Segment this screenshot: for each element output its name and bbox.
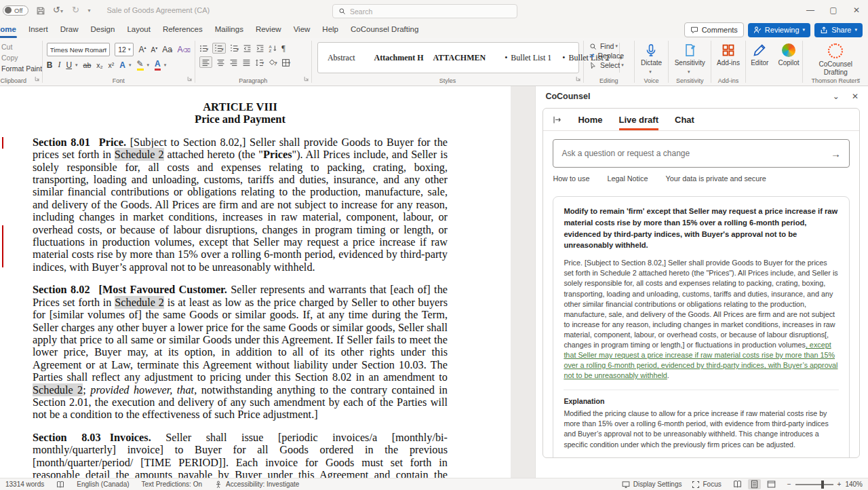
paragraph-dialog-launcher-icon[interactable]: [304, 72, 309, 84]
multilevel-list-button[interactable]: ▾: [230, 43, 239, 53]
tab-help[interactable]: Help: [316, 20, 344, 38]
search-input[interactable]: Search: [332, 4, 517, 18]
user-prompt-text: Modify to remain 'firm' except that Sell…: [564, 206, 839, 251]
focus-button[interactable]: Focus: [692, 480, 722, 489]
underline-button[interactable]: U: [66, 60, 72, 70]
line-spacing-button[interactable]: ▾: [255, 57, 264, 67]
copy-button[interactable]: Copy: [0, 52, 42, 63]
clear-formatting-button[interactable]: A⌫: [177, 45, 190, 54]
text-effects-button[interactable]: A: [119, 60, 125, 70]
font-family-combo[interactable]: Times New Roman▾: [47, 43, 110, 56]
increase-indent-button[interactable]: [256, 43, 264, 53]
voice-group: Dictate▾ Voice: [635, 38, 669, 86]
document-canvas[interactable]: ARTICLE VIII Price and Payment Section 8…: [0, 86, 535, 478]
zoom-in-button[interactable]: +: [837, 480, 842, 488]
sort-button[interactable]: [269, 43, 277, 53]
panel-expand-icon[interactable]: [553, 115, 561, 124]
display-settings-button[interactable]: Display Settings: [622, 480, 682, 489]
proofing-status-icon[interactable]: [56, 480, 64, 489]
panel-collapse-chevron-icon[interactable]: ⌄: [833, 92, 840, 101]
editor-button[interactable]: Editor: [746, 41, 774, 86]
styles-dialog-launcher-icon[interactable]: [576, 72, 581, 84]
zoom-slider[interactable]: [795, 484, 833, 485]
tab-references[interactable]: References: [157, 20, 209, 38]
tab-insert[interactable]: Insert: [22, 20, 54, 38]
decrease-indent-button[interactable]: [243, 43, 252, 53]
font-dialog-launcher-icon[interactable]: [187, 72, 193, 84]
superscript-button[interactable]: x²: [108, 61, 115, 69]
find-button[interactable]: Find▾: [584, 41, 634, 51]
select-button[interactable]: Select▾: [584, 60, 634, 70]
replace-button[interactable]: ⇄Replace: [584, 51, 634, 60]
collapse-ribbon-icon[interactable]: ⌄: [856, 75, 861, 81]
style-attachment-heading[interactable]: Attachment H: [365, 53, 433, 63]
zoom-slider-thumb[interactable]: [821, 480, 824, 489]
quick-access-more-icon[interactable]: ▾: [88, 7, 91, 14]
style-abstract[interactable]: Abstract: [318, 53, 365, 63]
subscript-button[interactable]: x₂: [96, 61, 102, 69]
shrink-font-button[interactable]: A▾: [151, 45, 158, 54]
submit-arrow-icon[interactable]: →: [831, 148, 841, 159]
bold-button[interactable]: B: [47, 60, 53, 70]
align-right-button[interactable]: [229, 57, 238, 67]
autosave-toggle[interactable]: Off: [3, 5, 28, 16]
italic-button[interactable]: I: [58, 60, 60, 70]
tab-mailings[interactable]: Mailings: [209, 20, 250, 38]
language-status[interactable]: English (Canada): [77, 480, 129, 488]
maximize-button[interactable]: ▢: [822, 0, 845, 20]
document-page[interactable]: ARTICLE VIII Price and Payment Section 8…: [0, 86, 511, 478]
track-change-bar: [2, 225, 3, 267]
font-color-button[interactable]: A: [155, 59, 161, 71]
reviewing-button[interactable]: Reviewing▾: [748, 23, 810, 37]
read-mode-button[interactable]: [731, 479, 744, 489]
cursor-icon: [589, 62, 597, 69]
ask-question-input[interactable]: Ask a question or request a change →: [553, 139, 850, 168]
tab-cocounsel-drafting[interactable]: CoCounsel Drafting: [344, 20, 425, 38]
shading-button[interactable]: ▾: [268, 57, 277, 67]
accessibility-status[interactable]: Accessibility: Investigate: [214, 480, 299, 489]
strikethrough-button[interactable]: ab: [83, 61, 92, 69]
sensitivity-group-label: Sensitivity: [669, 77, 711, 84]
comments-button[interactable]: Comments: [684, 22, 744, 37]
panel-tab-chat[interactable]: Chat: [675, 109, 694, 130]
style-attachment-caps[interactable]: ATTACHMEN: [433, 53, 496, 63]
legal-notice-link[interactable]: Legal Notice: [607, 174, 648, 183]
web-layout-button[interactable]: [765, 479, 778, 489]
tab-review[interactable]: Review: [250, 20, 288, 38]
undo-icon[interactable]: ↺▾: [53, 5, 64, 16]
align-left-button[interactable]: [199, 56, 212, 67]
grow-font-button[interactable]: A▴: [138, 45, 146, 54]
how-to-use-link[interactable]: How to use: [553, 174, 589, 183]
panel-close-icon[interactable]: ✕: [852, 92, 859, 101]
tab-design[interactable]: Design: [85, 20, 121, 38]
change-case-button[interactable]: Aa▾: [162, 45, 172, 54]
font-size-combo[interactable]: 12▾: [115, 43, 134, 56]
zoom-out-button[interactable]: −: [787, 480, 791, 488]
tab-layout[interactable]: Layout: [121, 20, 157, 38]
panel-tab-home[interactable]: Home: [578, 109, 602, 130]
panel-tab-live-draft[interactable]: Live draft: [619, 109, 659, 130]
highlight-color-button[interactable]: ✎: [137, 59, 144, 71]
zoom-level[interactable]: 140%: [845, 480, 863, 488]
clipboard-dialog-launcher-icon[interactable]: [35, 72, 40, 84]
print-layout-button[interactable]: [748, 479, 761, 489]
borders-button[interactable]: ▾: [281, 57, 291, 67]
word-count[interactable]: 13314 words: [5, 480, 44, 488]
justify-button[interactable]: [242, 57, 251, 67]
minimize-button[interactable]: —: [799, 0, 822, 20]
text-predictions-status[interactable]: Text Predictions: On: [142, 480, 202, 488]
bullets-button[interactable]: ▾: [199, 43, 209, 53]
save-icon[interactable]: [35, 5, 46, 16]
copilot-button[interactable]: Copilot: [775, 41, 803, 86]
redo-icon[interactable]: ↻: [71, 5, 81, 16]
numbering-button[interactable]: ▾: [212, 43, 226, 54]
align-center-button[interactable]: [216, 57, 225, 67]
close-button[interactable]: ✕: [845, 0, 868, 20]
cut-button[interactable]: Cut: [0, 41, 42, 52]
tab-draw[interactable]: Draw: [54, 20, 85, 38]
style-bullet-list-1[interactable]: •Bullet List 1: [495, 53, 561, 63]
tab-view[interactable]: View: [288, 20, 317, 38]
share-button[interactable]: Share▾: [814, 23, 863, 37]
show-formatting-marks-button[interactable]: ¶: [281, 43, 285, 54]
tab-home[interactable]: Home: [0, 20, 22, 38]
